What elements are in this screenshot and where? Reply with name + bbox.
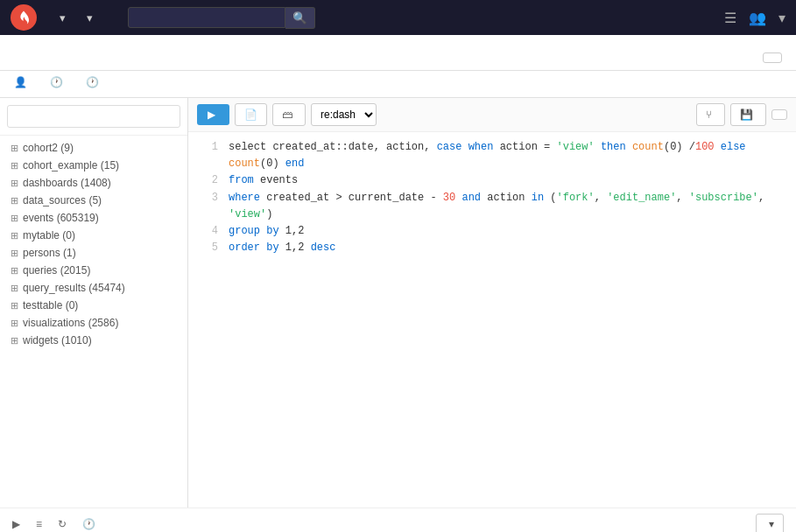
- table-icon: ⊞: [11, 335, 18, 346]
- schema-item[interactable]: ⊞persons (1): [0, 244, 187, 262]
- code-text: order by 1,2 desc: [229, 240, 335, 256]
- line-number: 2: [197, 172, 218, 189]
- schema-item[interactable]: ⊞dashboards (1408): [0, 174, 187, 192]
- line-number: 5: [197, 240, 218, 256]
- lastupdate-stat: 🕐: [82, 518, 95, 530]
- line-number: 1: [197, 139, 218, 172]
- schema-item[interactable]: ⊞cohort2 (9): [0, 139, 187, 157]
- format-query-button[interactable]: 📄: [235, 103, 267, 126]
- schema-item[interactable]: ⊞mytable (0): [0, 227, 187, 244]
- data-source-button[interactable]: 🗃: [272, 103, 306, 126]
- created-at: 🕐: [86, 76, 106, 88]
- save-icon: 💾: [740, 108, 753, 121]
- more-options-button[interactable]: [771, 109, 787, 120]
- schema-item[interactable]: ⊞cohort_example (15): [0, 157, 187, 174]
- fork-button[interactable]: ⑂: [696, 103, 725, 126]
- nav-dashboards[interactable]: ▾: [47, 11, 74, 24]
- schema-search-input[interactable]: [7, 105, 180, 128]
- users-icon[interactable]: 👥: [749, 10, 766, 26]
- schema-item[interactable]: ⊞events (605319): [0, 209, 187, 227]
- code-line: 3where created_at > current_date - 30 an…: [197, 190, 787, 223]
- schema-list: ⊞cohort2 (9)⊞cohort_example (15)⊞dashboa…: [0, 136, 187, 508]
- search-button[interactable]: 🔍: [285, 7, 315, 29]
- stats-bar: ▶ ≡ ↻ 🕐 ▾: [0, 508, 796, 532]
- main-content: ⊞cohort2 (9)⊞cohort_example (15)⊞dashboa…: [0, 98, 796, 508]
- line-number: 4: [197, 223, 218, 240]
- code-text: select created_at::date, action, case wh…: [229, 139, 787, 172]
- table-icon: ⊞: [11, 178, 18, 189]
- page-header: [0, 35, 796, 71]
- editor-area: ▶ 📄 🗃 re:dash ⑂ 💾: [188, 98, 796, 508]
- search-input[interactable]: [128, 7, 285, 28]
- code-line: 2from events: [197, 172, 787, 189]
- line-number: 3: [197, 190, 218, 223]
- schema-item[interactable]: ⊞queries (2015): [0, 262, 187, 279]
- top-nav: ▾ ▾ 🔍 ☰ 👥 ▾: [0, 0, 796, 35]
- execute-button[interactable]: ▶: [197, 104, 229, 125]
- table-icon: ⊞: [11, 283, 18, 294]
- app-logo[interactable]: [11, 4, 37, 31]
- download-dataset-button[interactable]: ▾: [756, 514, 784, 532]
- schema-sidebar: ⊞cohort2 (9)⊞cohort_example (15)⊞dashboa…: [0, 98, 188, 508]
- table-icon: ⊞: [11, 248, 18, 259]
- save-button[interactable]: 💾: [730, 103, 766, 126]
- query-search: 🔍: [128, 7, 315, 29]
- table-icon: ⊞: [11, 230, 18, 242]
- stack-icon[interactable]: ☰: [724, 10, 736, 26]
- schema-item[interactable]: ⊞visualizations (2586): [0, 314, 187, 332]
- hide-source-button[interactable]: [763, 52, 782, 63]
- schema-item[interactable]: ⊞data_sources (5): [0, 192, 187, 209]
- datasource-select[interactable]: re:dash: [311, 103, 377, 126]
- schema-search-container: [0, 98, 187, 136]
- code-text: group by 1,2: [229, 223, 304, 240]
- code-text: where created_at > current_date - 30 and…: [229, 190, 787, 223]
- table-icon: ⊞: [11, 318, 18, 329]
- table-icon: ⊞: [11, 143, 18, 154]
- table-icon: ⊞: [11, 300, 18, 312]
- updated-at: 🕐: [50, 76, 70, 88]
- schema-item[interactable]: ⊞widgets (1010): [0, 332, 187, 349]
- code-line: 1select created_at::date, action, case w…: [197, 139, 787, 172]
- created-by: 👤: [14, 76, 34, 88]
- play-icon: ▶: [208, 108, 215, 121]
- rows-stat: ≡: [36, 518, 42, 530]
- refresh-stat: ↻: [58, 518, 67, 530]
- chevron-down-icon: ▾: [769, 518, 774, 530]
- code-text: from events: [229, 172, 298, 189]
- code-line: 5order by 1,2 desc: [197, 240, 787, 256]
- nav-queries[interactable]: ▾: [74, 11, 102, 24]
- user-menu[interactable]: ▾: [778, 10, 785, 26]
- page-header-right: [763, 47, 782, 63]
- fork-icon: ⑂: [706, 108, 712, 121]
- table-icon: ⊞: [11, 213, 18, 224]
- code-line: 4group by 1,2: [197, 223, 787, 240]
- editor-toolbar: ▶ 📄 🗃 re:dash ⑂ 💾: [188, 98, 796, 132]
- runtime-stat: ▶: [12, 518, 20, 530]
- nav-right-icons: ☰ 👥 ▾: [724, 10, 785, 26]
- schema-item[interactable]: ⊞testtable (0): [0, 297, 187, 314]
- table-icon: ⊞: [11, 160, 18, 172]
- code-editor[interactable]: 1select created_at::date, action, case w…: [188, 132, 796, 508]
- meta-bar: 👤 🕐 🕐: [0, 71, 796, 98]
- table-icon: ⊞: [11, 265, 18, 276]
- schema-item[interactable]: ⊞query_results (45474): [0, 279, 187, 297]
- table-icon: ⊞: [11, 195, 18, 206]
